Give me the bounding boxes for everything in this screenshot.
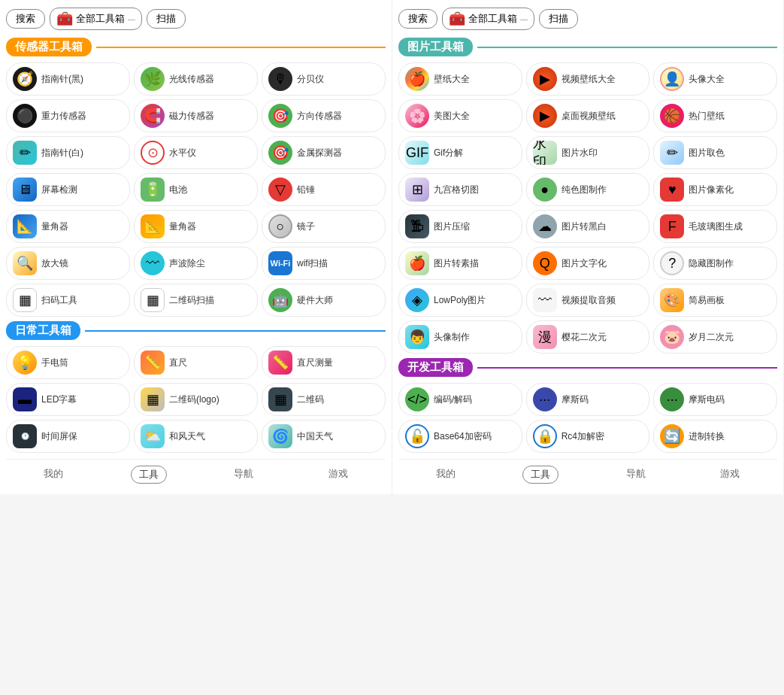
- tool-label: 视频壁纸大全: [562, 73, 616, 86]
- tool-item[interactable]: 漫樱花二次元: [526, 320, 650, 354]
- tool-item[interactable]: 🎯方向传感器: [262, 99, 386, 132]
- tool-item[interactable]: 📏直尺测量: [262, 346, 386, 379]
- tool-item[interactable]: 🔓Base64加密码: [398, 420, 522, 453]
- tool-item[interactable]: GIFGif分解: [398, 136, 522, 169]
- tool-label: 时间屏保: [41, 430, 77, 443]
- tool-item[interactable]: ▦二维码(logo): [134, 383, 258, 416]
- tool-item[interactable]: ✏指南针(白): [6, 136, 130, 169]
- tool-item[interactable]: 🎨简易画板: [653, 284, 777, 317]
- tool-icon: 💡: [13, 351, 37, 375]
- tool-item[interactable]: ◈LowPoly图片: [398, 284, 522, 317]
- toolbox-button[interactable]: 🧰全部工具箱—: [50, 8, 142, 30]
- tool-item[interactable]: ▦二维码扫描: [134, 284, 258, 317]
- tool-label: 电池: [169, 184, 187, 196]
- tool-label: 图片取色: [689, 147, 725, 159]
- tool-item[interactable]: </>编码/解码: [398, 383, 522, 416]
- tool-label: 图片转素描: [434, 257, 479, 270]
- nav-item-工具[interactable]: 工具: [522, 466, 558, 484]
- tool-item[interactable]: 🎙分贝仪: [262, 62, 386, 96]
- search-button[interactable]: 搜索: [398, 9, 437, 29]
- tool-label: 放大镜: [41, 257, 68, 270]
- tool-item[interactable]: 🔋电池: [134, 173, 258, 206]
- tool-item[interactable]: F毛玻璃图生成: [653, 210, 777, 243]
- tool-item[interactable]: 🔍放大镜: [6, 247, 130, 280]
- nav-item-游戏[interactable]: 游戏: [321, 466, 356, 484]
- tool-item[interactable]: 📏直尺: [134, 346, 258, 379]
- tool-item[interactable]: ···摩斯电码: [653, 383, 777, 416]
- tool-icon: F: [660, 214, 684, 238]
- tool-item[interactable]: ⛅和风天气: [134, 420, 258, 453]
- tool-item[interactable]: 🔄进制转换: [653, 420, 777, 453]
- tool-item[interactable]: 🧲磁力传感器: [134, 99, 258, 132]
- tool-item[interactable]: 🍎图片转素描: [398, 247, 522, 280]
- scan-button[interactable]: 扫描: [539, 9, 578, 29]
- nav-item-导航[interactable]: 导航: [619, 466, 653, 484]
- tool-item[interactable]: 🎯金属探测器: [262, 136, 386, 169]
- tool-item[interactable]: 🌸美图大全: [398, 99, 522, 132]
- tool-item[interactable]: 〰声波除尘: [134, 247, 258, 280]
- tool-icon: ▶: [533, 67, 557, 91]
- tool-item[interactable]: ♥图片像素化: [653, 173, 777, 206]
- tool-label: LowPoly图片: [434, 294, 486, 307]
- nav-item-我的[interactable]: 我的: [36, 466, 71, 484]
- tool-icon: ▦: [13, 288, 37, 312]
- tool-item[interactable]: ▦二维码: [262, 383, 386, 416]
- tool-icon: ♥: [660, 178, 684, 202]
- tool-item[interactable]: 🧭指南针(黑): [6, 62, 130, 96]
- tool-item[interactable]: 🐷岁月二次元: [653, 320, 777, 354]
- tool-item[interactable]: ▽铅锤: [262, 173, 386, 206]
- tool-item[interactable]: ●纯色图制作: [526, 173, 650, 206]
- nav-item-游戏[interactable]: 游戏: [713, 466, 747, 484]
- tool-item[interactable]: ▬LED字幕: [6, 383, 130, 416]
- tool-label: 美图大全: [434, 110, 470, 123]
- tool-icon: ?: [660, 251, 684, 275]
- tool-label: 隐藏图制作: [689, 257, 734, 270]
- tool-item[interactable]: 🌿光线传感器: [134, 62, 258, 96]
- tool-item[interactable]: ☁图片转黑白: [526, 210, 650, 243]
- tool-item[interactable]: ▶桌面视频壁纸: [526, 99, 650, 132]
- tool-item[interactable]: Q图片文字化: [526, 247, 650, 280]
- nav-item-我的[interactable]: 我的: [428, 466, 463, 484]
- tool-item[interactable]: ✏图片取色: [653, 136, 777, 169]
- tool-item[interactable]: ?隐藏图制作: [653, 247, 777, 280]
- tool-item[interactable]: 🤖硬件大师: [262, 284, 386, 317]
- tool-item[interactable]: 🗜图片压缩: [398, 210, 522, 243]
- search-button[interactable]: 搜索: [6, 9, 45, 29]
- tool-item[interactable]: 🏀热门壁纸: [653, 99, 777, 132]
- tool-icon: Wi-Fi: [268, 251, 292, 275]
- scan-button[interactable]: 扫描: [147, 9, 186, 29]
- tool-item[interactable]: ⊙水平仪: [134, 136, 258, 169]
- tool-label: 摩斯电码: [689, 393, 725, 406]
- tool-item[interactable]: 🕐时间屏保: [6, 420, 130, 453]
- tool-item[interactable]: 🖥屏幕检测: [6, 173, 130, 206]
- tool-icon: 👤: [660, 67, 684, 91]
- tool-item[interactable]: ···摩斯码: [526, 383, 650, 416]
- tool-label: 视频提取音频: [562, 294, 616, 307]
- tool-item[interactable]: 〰视频提取音频: [526, 284, 650, 317]
- tool-item[interactable]: 📐量角器: [6, 210, 130, 243]
- tool-icon: 🖥: [13, 178, 37, 202]
- tool-item[interactable]: 💡手电筒: [6, 346, 130, 379]
- tool-icon: ▶: [533, 104, 557, 128]
- tool-item[interactable]: Wi-Fiwifi扫描: [262, 247, 386, 280]
- tool-item[interactable]: ▶视频壁纸大全: [526, 62, 650, 96]
- tool-label: 重力传感器: [41, 110, 86, 123]
- tool-item[interactable]: 🍎壁纸大全: [398, 62, 522, 96]
- tool-icon: ▬: [13, 387, 37, 411]
- tool-label: 头像大全: [689, 73, 725, 86]
- tool-item[interactable]: ⚫重力传感器: [6, 99, 130, 132]
- tool-item[interactable]: 👤头像大全: [653, 62, 777, 96]
- tool-item[interactable]: 👦头像制作: [398, 320, 522, 354]
- tool-item[interactable]: ▦扫码工具: [6, 284, 130, 317]
- tool-item[interactable]: ⊞九宫格切图: [398, 173, 522, 206]
- tool-item[interactable]: 📐量角器: [134, 210, 258, 243]
- nav-item-工具[interactable]: 工具: [131, 466, 167, 484]
- tool-item[interactable]: 🔒Rc4加解密: [526, 420, 650, 453]
- tool-item[interactable]: ○镜子: [262, 210, 386, 243]
- tool-item[interactable]: 🌀中国天气: [262, 420, 386, 453]
- toolbox-button[interactable]: 🧰全部工具箱—: [442, 8, 534, 30]
- tool-grid-sensor: 🧭指南针(黑)🌿光线传感器🎙分贝仪⚫重力传感器🧲磁力传感器🎯方向传感器✏指南针(…: [6, 62, 386, 317]
- tool-item[interactable]: 水印图片水印: [526, 136, 650, 169]
- nav-item-导航[interactable]: 导航: [226, 466, 261, 484]
- tool-label: Gif分解: [434, 147, 463, 159]
